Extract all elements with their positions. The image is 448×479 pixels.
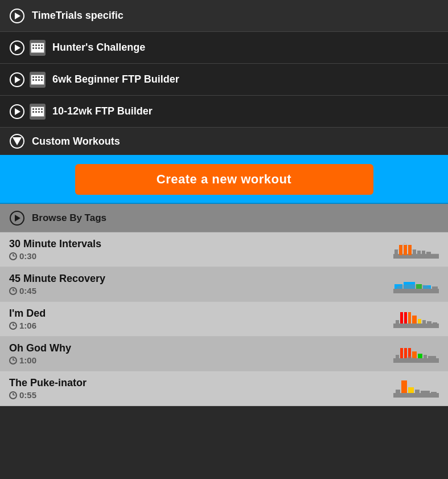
svg-rect-19 [400, 312, 403, 324]
workout-row-45min[interactable]: 45 Minute Recovery 0:45 [0, 267, 448, 302]
svg-rect-6 [417, 251, 421, 254]
workout-chart-puke [393, 377, 439, 400]
svg-rect-35 [428, 356, 436, 358]
svg-rect-24 [422, 320, 426, 324]
svg-rect-32 [412, 351, 417, 358]
calendar-icon-3 [30, 104, 46, 120]
workout-row-puke[interactable]: The Puke-inator 0:55 [0, 371, 448, 406]
custom-workouts-label: Custom Workouts [32, 136, 120, 148]
custom-workouts-header[interactable]: Custom Workouts [0, 128, 448, 156]
create-banner: Create a new workout [0, 156, 448, 204]
svg-rect-25 [427, 321, 431, 324]
play-icon [9, 8, 25, 24]
timetrials-label: TimeTrials specific [32, 10, 124, 22]
workout-chart-ohgodwhy [393, 342, 439, 365]
svg-rect-33 [418, 354, 422, 358]
workout-row-ohgodwhy[interactable]: Oh God Why 1:00 [0, 337, 448, 371]
svg-rect-20 [404, 312, 407, 324]
svg-rect-23 [418, 319, 421, 324]
workout-chart-30min [393, 238, 439, 261]
svg-rect-39 [401, 380, 407, 393]
svg-rect-8 [426, 252, 431, 254]
play-icon-4 [9, 104, 25, 120]
svg-rect-7 [422, 251, 425, 254]
create-workout-button[interactable]: Create a new workout [75, 164, 373, 195]
6wk-row[interactable]: 6wk Beginner FTP Builder [0, 64, 448, 96]
workout-info-45min: 45 Minute Recovery 0:45 [9, 273, 105, 296]
workout-title-puke: The Puke-inator [9, 377, 87, 389]
workout-duration-30min: 0:30 [9, 251, 101, 261]
svg-rect-28 [396, 355, 399, 358]
10-12wk-row[interactable]: 10-12wk FTP Builder [0, 96, 448, 128]
clock-icon-2 [9, 287, 17, 295]
workout-chart-45min [393, 273, 439, 296]
calendar-icon-1 [30, 40, 46, 56]
play-icon-browse [9, 210, 25, 226]
calendar-icon-2 [30, 72, 46, 88]
workout-title-30min: 30 Minute Intervals [9, 238, 101, 250]
workout-duration-45min: 0:45 [9, 286, 105, 296]
svg-rect-26 [433, 322, 437, 324]
browse-tags-label: Browse By Tags [32, 212, 106, 224]
svg-rect-3 [404, 245, 407, 255]
svg-rect-15 [432, 286, 438, 289]
svg-rect-38 [396, 390, 400, 393]
svg-rect-30 [404, 348, 407, 358]
clock-icon-5 [9, 391, 17, 399]
workout-duration-ohgodwhy: 1:00 [9, 355, 71, 365]
workout-info-imded: I'm Ded 1:06 [9, 308, 46, 330]
svg-rect-42 [421, 391, 430, 393]
timetrials-row[interactable]: TimeTrials specific [0, 0, 448, 32]
workout-title-45min: 45 Minute Recovery [9, 273, 105, 285]
10-12wk-label: 10-12wk FTP Builder [52, 105, 153, 117]
play-icon-2 [9, 40, 25, 56]
svg-rect-2 [399, 245, 402, 255]
clock-icon-3 [9, 322, 17, 330]
clock-icon-4 [9, 357, 17, 365]
workout-row-imded[interactable]: I'm Ded 1:06 [0, 302, 448, 337]
browse-tags-row[interactable]: Browse By Tags [0, 204, 448, 232]
svg-rect-29 [400, 348, 403, 358]
svg-point-16 [396, 284, 430, 291]
svg-rect-17 [393, 324, 439, 328]
workout-duration-puke: 0:55 [9, 390, 87, 400]
workout-title-imded: I'm Ded [9, 308, 46, 320]
hunters-label: Hunter's Challenge [52, 42, 145, 54]
workout-info-ohgodwhy: Oh God Why 1:00 [9, 342, 71, 365]
workout-duration-imded: 1:06 [9, 321, 46, 330]
svg-rect-34 [424, 355, 427, 358]
svg-rect-37 [393, 393, 439, 398]
clock-icon-1 [9, 252, 17, 260]
workout-title-ohgodwhy: Oh God Why [9, 342, 71, 354]
hunters-challenge-row[interactable]: Hunter's Challenge [0, 32, 448, 64]
workout-row-30min[interactable]: 30 Minute Intervals 0:30 [0, 232, 448, 267]
workout-info-puke: The Puke-inator 0:55 [9, 377, 87, 400]
down-arrow-icon [9, 133, 25, 149]
svg-rect-22 [412, 316, 417, 324]
workout-chart-imded [393, 308, 439, 330]
svg-rect-21 [408, 312, 411, 324]
svg-rect-18 [396, 320, 399, 324]
svg-rect-40 [408, 387, 414, 393]
svg-rect-41 [415, 390, 420, 393]
workout-info-30min: 30 Minute Intervals 0:30 [9, 238, 101, 261]
play-icon-3 [9, 72, 25, 88]
svg-rect-43 [431, 392, 437, 393]
6wk-label: 6wk Beginner FTP Builder [52, 73, 179, 85]
